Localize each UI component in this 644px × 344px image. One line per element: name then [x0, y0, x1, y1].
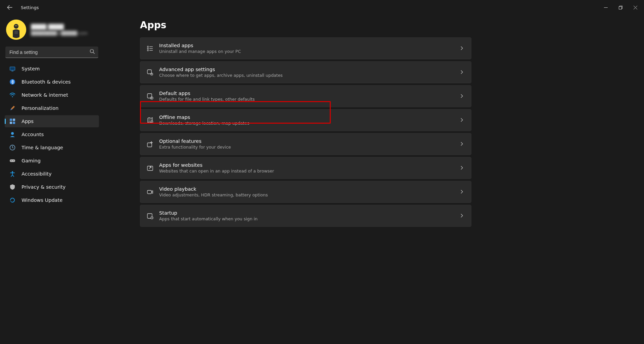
svg-point-16: [11, 132, 14, 135]
update-icon: [9, 197, 15, 203]
sidebar-item-network[interactable]: Network & internet: [5, 89, 99, 101]
settings-cards: Installed apps Uninstall and manage apps…: [140, 37, 471, 227]
app-title: Settings: [21, 5, 39, 10]
card-default-apps[interactable]: Default apps Defaults for file and link …: [140, 85, 471, 107]
card-title: Advanced app settings: [159, 67, 283, 72]
svg-rect-22: [147, 46, 148, 47]
close-button[interactable]: [628, 2, 643, 13]
svg-point-3: [15, 25, 16, 26]
card-title: Optional features: [159, 138, 231, 144]
sidebar-item-label: System: [22, 66, 40, 71]
sidebar-item-apps[interactable]: Apps: [5, 115, 99, 127]
user-name: ████ ████: [31, 24, 87, 30]
paintbrush-icon: [9, 105, 15, 111]
svg-point-20: [13, 160, 14, 161]
sidebar-item-label: Accounts: [22, 132, 44, 137]
svg-rect-9: [11, 71, 13, 71]
sidebar-nav: System Bluetooth & devices Network & int…: [5, 63, 99, 206]
svg-point-27: [151, 74, 152, 74]
card-subtitle: Websites that can open in an app instead…: [159, 168, 274, 174]
sidebar-item-system[interactable]: System: [5, 63, 99, 75]
card-video-playback[interactable]: Video playback Video adjustments, HDR st…: [140, 181, 471, 203]
svg-rect-15: [13, 122, 15, 124]
sidebar-item-label: Personalization: [22, 105, 59, 111]
sidebar-item-time[interactable]: Time & language: [5, 142, 99, 154]
sidebar-item-label: Windows Update: [22, 197, 63, 203]
svg-rect-8: [10, 67, 15, 70]
maximize-icon: [619, 6, 622, 9]
clock-globe-icon: [9, 145, 15, 151]
sidebar-item-label: Privacy & security: [22, 184, 66, 190]
svg-point-19: [11, 160, 12, 161]
sidebar-item-bluetooth[interactable]: Bluetooth & devices: [5, 76, 99, 88]
card-title: Offline maps: [159, 115, 249, 120]
maximize-button[interactable]: [613, 2, 628, 13]
svg-rect-28: [147, 94, 152, 98]
card-subtitle: Choose where to get apps, archive apps, …: [159, 73, 283, 78]
card-title: Apps for websites: [159, 162, 274, 168]
svg-rect-13: [13, 119, 15, 121]
sidebar-item-label: Network & internet: [22, 92, 68, 98]
svg-rect-12: [10, 119, 12, 121]
svg-rect-14: [10, 122, 12, 124]
svg-rect-33: [147, 190, 151, 194]
sidebar-item-accounts[interactable]: Accounts: [5, 128, 99, 140]
svg-point-4: [16, 25, 17, 26]
card-labels: Advanced app settings Choose where to ge…: [159, 67, 283, 78]
chevron-right-icon: [460, 165, 464, 171]
user-email: ████████@█████.com: [31, 31, 87, 36]
svg-point-11: [12, 96, 13, 97]
search-input[interactable]: [5, 46, 98, 58]
minimize-button[interactable]: [598, 2, 613, 13]
card-apps-for-websites[interactable]: Apps for websites Websites that can open…: [140, 157, 471, 179]
card-startup[interactable]: Startup Apps that start automatically wh…: [140, 205, 471, 227]
svg-rect-25: [147, 70, 151, 74]
back-button[interactable]: [3, 1, 16, 14]
page-title: Apps: [140, 20, 644, 31]
avatar-image-icon: [7, 20, 26, 39]
card-labels: Video playback Video adjustments, HDR st…: [159, 186, 268, 197]
sidebar-item-privacy[interactable]: Privacy & security: [5, 181, 99, 193]
sidebar-item-personalization[interactable]: Personalization: [5, 102, 99, 114]
card-labels: Installed apps Uninstall and manage apps…: [159, 43, 241, 54]
card-optional-features[interactable]: Optional features Extra functionality fo…: [140, 133, 471, 155]
bluetooth-icon: [9, 79, 15, 85]
startup-icon: [146, 212, 154, 220]
card-subtitle: Apps that start automatically when you s…: [159, 216, 257, 221]
svg-rect-5: [14, 31, 18, 34]
card-subtitle: Uninstall and manage apps on your PC: [159, 49, 241, 54]
sidebar-item-label: Gaming: [22, 158, 41, 163]
avatar: [6, 20, 26, 40]
svg-rect-0: [619, 6, 621, 9]
arrow-left-icon: [7, 5, 12, 10]
card-installed-apps[interactable]: Installed apps Uninstall and manage apps…: [140, 37, 471, 59]
sidebar-item-label: Accessibility: [22, 171, 51, 177]
minimize-icon: [604, 6, 608, 9]
card-offline-maps[interactable]: Offline maps Downloads, storage location…: [140, 109, 471, 131]
card-advanced-apps[interactable]: Advanced app settings Choose where to ge…: [140, 61, 471, 83]
svg-rect-18: [10, 159, 15, 162]
wifi-icon: [9, 92, 15, 98]
sidebar-item-gaming[interactable]: Gaming: [5, 155, 99, 167]
sidebar-item-update[interactable]: Windows Update: [5, 194, 99, 206]
sidebar-item-accessibility[interactable]: Accessibility: [5, 168, 99, 180]
chevron-right-icon: [460, 93, 464, 99]
card-labels: Apps for websites Websites that can open…: [159, 162, 274, 174]
main-content: Apps Installed apps Uninstall and manage…: [104, 15, 644, 344]
card-title: Default apps: [159, 91, 255, 96]
close-icon: [634, 6, 637, 9]
card-subtitle: Defaults for file and link types, other …: [159, 97, 255, 102]
user-block[interactable]: ████ ████ ████████@█████.com: [5, 18, 99, 44]
svg-rect-31: [147, 143, 152, 147]
chevron-right-icon: [460, 213, 464, 219]
svg-rect-23: [147, 48, 148, 49]
search-wrap: [5, 46, 98, 58]
svg-rect-24: [147, 50, 148, 51]
svg-point-2: [14, 24, 19, 29]
card-subtitle: Video adjustments, HDR streaming, batter…: [159, 192, 268, 197]
chevron-right-icon: [460, 45, 464, 52]
card-labels: Optional features Extra functionality fo…: [159, 138, 231, 150]
card-subtitle: Extra functionality for your device: [159, 145, 231, 150]
card-title: Video playback: [159, 186, 268, 192]
user-text: ████ ████ ████████@█████.com: [31, 24, 87, 36]
